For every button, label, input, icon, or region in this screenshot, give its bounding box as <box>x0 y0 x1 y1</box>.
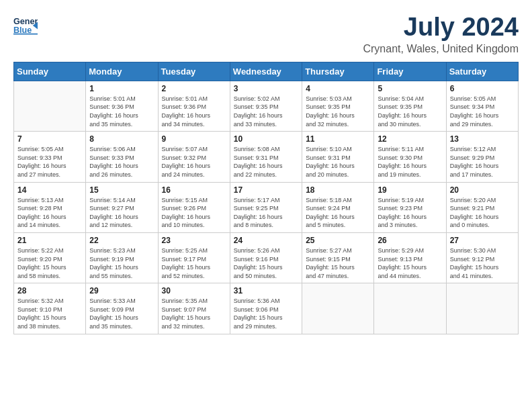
week-row-4: 21Sunrise: 5:22 AM Sunset: 9:20 PM Dayli… <box>14 232 519 283</box>
day-info: Sunrise: 5:07 AM Sunset: 9:32 PM Dayligh… <box>162 145 226 179</box>
day-number: 13 <box>450 134 515 144</box>
day-info: Sunrise: 5:19 AM Sunset: 9:23 PM Dayligh… <box>378 196 442 230</box>
day-info: Sunrise: 5:29 AM Sunset: 9:13 PM Dayligh… <box>378 246 442 280</box>
day-number: 20 <box>450 185 515 195</box>
calendar-cell: 30Sunrise: 5:35 AM Sunset: 9:07 PM Dayli… <box>158 283 230 334</box>
day-info: Sunrise: 5:33 AM Sunset: 9:09 PM Dayligh… <box>89 297 154 330</box>
day-number: 6 <box>450 84 515 93</box>
day-number: 26 <box>378 236 442 245</box>
calendar-cell: 13Sunrise: 5:12 AM Sunset: 9:29 PM Dayli… <box>446 132 518 182</box>
day-number: 29 <box>89 286 154 295</box>
day-number: 31 <box>234 286 298 295</box>
day-info: Sunrise: 5:12 AM Sunset: 9:29 PM Dayligh… <box>450 145 515 179</box>
day-info: Sunrise: 5:27 AM Sunset: 9:15 PM Dayligh… <box>306 246 370 280</box>
calendar-table: SundayMondayTuesdayWednesdayThursdayFrid… <box>13 62 519 334</box>
day-info: Sunrise: 5:05 AM Sunset: 9:33 PM Dayligh… <box>17 145 82 179</box>
day-number: 21 <box>17 236 82 245</box>
day-info: Sunrise: 5:35 AM Sunset: 9:07 PM Dayligh… <box>162 297 226 330</box>
calendar-cell: 8Sunrise: 5:06 AM Sunset: 9:33 PM Daylig… <box>86 132 158 182</box>
day-number: 4 <box>306 84 370 93</box>
calendar-cell: 3Sunrise: 5:02 AM Sunset: 9:35 PM Daylig… <box>230 81 302 131</box>
calendar-cell: 19Sunrise: 5:19 AM Sunset: 9:23 PM Dayli… <box>374 182 446 232</box>
calendar-cell: 25Sunrise: 5:27 AM Sunset: 9:15 PM Dayli… <box>302 232 374 283</box>
day-number: 8 <box>89 134 154 144</box>
day-number: 10 <box>234 134 298 144</box>
day-number: 14 <box>17 185 82 195</box>
calendar-cell: 24Sunrise: 5:26 AM Sunset: 9:16 PM Dayli… <box>230 232 302 283</box>
calendar-cell: 21Sunrise: 5:22 AM Sunset: 9:20 PM Dayli… <box>14 232 86 283</box>
day-number: 23 <box>162 236 226 245</box>
week-row-3: 14Sunrise: 5:13 AM Sunset: 9:28 PM Dayli… <box>14 182 519 232</box>
calendar-cell: 15Sunrise: 5:14 AM Sunset: 9:27 PM Dayli… <box>86 182 158 232</box>
column-header-monday: Monday <box>86 62 158 81</box>
calendar-cell: 14Sunrise: 5:13 AM Sunset: 9:28 PM Dayli… <box>14 182 86 232</box>
calendar-cell: 1Sunrise: 5:01 AM Sunset: 9:36 PM Daylig… <box>86 81 158 131</box>
logo-icon: General Blue <box>13 13 38 38</box>
day-number: 17 <box>234 185 298 195</box>
day-number: 16 <box>162 185 226 195</box>
day-info: Sunrise: 5:18 AM Sunset: 9:24 PM Dayligh… <box>306 196 370 230</box>
day-number: 18 <box>306 185 370 195</box>
calendar-cell: 16Sunrise: 5:15 AM Sunset: 9:26 PM Dayli… <box>158 182 230 232</box>
day-info: Sunrise: 5:02 AM Sunset: 9:35 PM Dayligh… <box>234 95 298 128</box>
day-number: 28 <box>17 286 82 295</box>
week-row-2: 7Sunrise: 5:05 AM Sunset: 9:33 PM Daylig… <box>14 132 519 182</box>
calendar-cell: 11Sunrise: 5:10 AM Sunset: 9:31 PM Dayli… <box>302 132 374 182</box>
day-number: 2 <box>162 84 226 93</box>
column-header-sunday: Sunday <box>14 62 86 81</box>
calendar-cell: 27Sunrise: 5:30 AM Sunset: 9:12 PM Dayli… <box>446 232 518 283</box>
day-number: 30 <box>162 286 226 295</box>
day-info: Sunrise: 5:36 AM Sunset: 9:06 PM Dayligh… <box>234 297 298 330</box>
column-header-wednesday: Wednesday <box>230 62 302 81</box>
day-number: 24 <box>234 236 298 245</box>
day-info: Sunrise: 5:13 AM Sunset: 9:28 PM Dayligh… <box>17 196 82 230</box>
day-number: 7 <box>17 134 82 144</box>
calendar-cell <box>14 81 86 131</box>
calendar-cell: 6Sunrise: 5:05 AM Sunset: 9:34 PM Daylig… <box>446 81 518 131</box>
calendar-cell: 7Sunrise: 5:05 AM Sunset: 9:33 PM Daylig… <box>14 132 86 182</box>
day-info: Sunrise: 5:14 AM Sunset: 9:27 PM Dayligh… <box>89 196 154 230</box>
day-info: Sunrise: 5:22 AM Sunset: 9:20 PM Dayligh… <box>17 246 82 280</box>
week-row-5: 28Sunrise: 5:32 AM Sunset: 9:10 PM Dayli… <box>14 283 519 334</box>
calendar-cell: 12Sunrise: 5:11 AM Sunset: 9:30 PM Dayli… <box>374 132 446 182</box>
location-subtitle: Crynant, Wales, United Kingdom <box>363 43 519 55</box>
day-number: 22 <box>89 236 154 245</box>
calendar-cell: 4Sunrise: 5:03 AM Sunset: 9:35 PM Daylig… <box>302 81 374 131</box>
day-info: Sunrise: 5:01 AM Sunset: 9:36 PM Dayligh… <box>162 95 226 128</box>
day-number: 25 <box>306 236 370 245</box>
day-number: 9 <box>162 134 226 144</box>
day-info: Sunrise: 5:08 AM Sunset: 9:31 PM Dayligh… <box>234 145 298 179</box>
week-row-1: 1Sunrise: 5:01 AM Sunset: 9:36 PM Daylig… <box>14 81 519 131</box>
day-number: 19 <box>378 185 442 195</box>
day-number: 12 <box>378 134 442 144</box>
calendar-cell: 10Sunrise: 5:08 AM Sunset: 9:31 PM Dayli… <box>230 132 302 182</box>
day-number: 5 <box>378 84 442 93</box>
day-info: Sunrise: 5:15 AM Sunset: 9:26 PM Dayligh… <box>162 196 226 230</box>
calendar-cell <box>302 283 374 334</box>
day-info: Sunrise: 5:06 AM Sunset: 9:33 PM Dayligh… <box>89 145 154 179</box>
day-info: Sunrise: 5:25 AM Sunset: 9:17 PM Dayligh… <box>162 246 226 280</box>
column-header-saturday: Saturday <box>446 62 518 81</box>
day-number: 3 <box>234 84 298 93</box>
calendar-cell: 2Sunrise: 5:01 AM Sunset: 9:36 PM Daylig… <box>158 81 230 131</box>
calendar-cell: 28Sunrise: 5:32 AM Sunset: 9:10 PM Dayli… <box>14 283 86 334</box>
day-number: 1 <box>89 84 154 93</box>
calendar-cell: 5Sunrise: 5:04 AM Sunset: 9:35 PM Daylig… <box>374 81 446 131</box>
day-info: Sunrise: 5:04 AM Sunset: 9:35 PM Dayligh… <box>378 95 442 128</box>
day-info: Sunrise: 5:10 AM Sunset: 9:31 PM Dayligh… <box>306 145 370 179</box>
page-header: General Blue July 2024 Crynant, Wales, U… <box>13 13 519 55</box>
day-number: 15 <box>89 185 154 195</box>
calendar-cell: 29Sunrise: 5:33 AM Sunset: 9:09 PM Dayli… <box>86 283 158 334</box>
column-header-friday: Friday <box>374 62 446 81</box>
calendar-cell: 31Sunrise: 5:36 AM Sunset: 9:06 PM Dayli… <box>230 283 302 334</box>
title-area: July 2024 Crynant, Wales, United Kingdom <box>363 13 519 55</box>
day-info: Sunrise: 5:05 AM Sunset: 9:34 PM Dayligh… <box>450 95 515 128</box>
day-info: Sunrise: 5:30 AM Sunset: 9:12 PM Dayligh… <box>450 246 515 280</box>
calendar-cell: 22Sunrise: 5:23 AM Sunset: 9:19 PM Dayli… <box>86 232 158 283</box>
day-info: Sunrise: 5:26 AM Sunset: 9:16 PM Dayligh… <box>234 246 298 280</box>
day-info: Sunrise: 5:20 AM Sunset: 9:21 PM Dayligh… <box>450 196 515 230</box>
calendar-cell: 20Sunrise: 5:20 AM Sunset: 9:21 PM Dayli… <box>446 182 518 232</box>
day-number: 27 <box>450 236 515 245</box>
calendar-cell: 23Sunrise: 5:25 AM Sunset: 9:17 PM Dayli… <box>158 232 230 283</box>
column-header-tuesday: Tuesday <box>158 62 230 81</box>
